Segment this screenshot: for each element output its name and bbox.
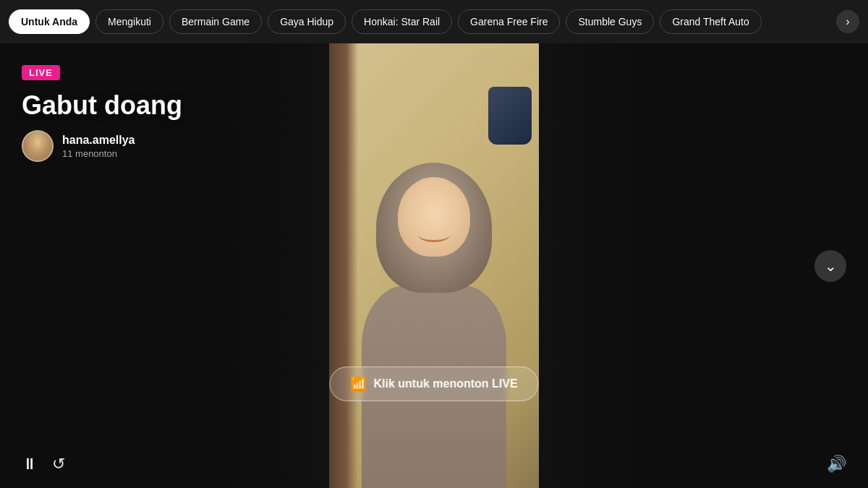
viewer-count: 11 menonton — [62, 148, 135, 159]
tab-untuk-anda[interactable]: Untuk Anda — [9, 9, 90, 34]
tab-stumble-guys[interactable]: Stumble Guys — [566, 9, 654, 34]
username: hana.amellya — [62, 134, 135, 147]
avatar — [22, 130, 54, 162]
face — [398, 177, 470, 257]
scroll-down-button[interactable]: ⌄ — [814, 250, 846, 282]
hijab — [376, 163, 492, 293]
nav-bar: Untuk Anda Mengikuti Bermain Game Gaya H… — [0, 0, 868, 43]
bottom-controls: ⏸ ↺ — [22, 455, 65, 474]
nav-next-arrow[interactable]: › — [836, 10, 859, 33]
smile — [418, 228, 450, 242]
click-to-watch-label: Klik untuk menonton LIVE — [373, 377, 517, 390]
click-to-watch-button[interactable]: 📶 Klik untuk menonton LIVE — [329, 367, 538, 401]
tab-grand-theft-auto[interactable]: Grand Theft Auto — [660, 9, 761, 34]
person — [347, 127, 521, 488]
user-text: hana.amellya 11 menonton — [62, 134, 135, 159]
volume-button[interactable]: 🔊 — [827, 455, 846, 474]
pause-button[interactable]: ⏸ — [22, 455, 38, 474]
refresh-button[interactable]: ↺ — [52, 455, 65, 474]
head — [376, 163, 492, 293]
bar-chart-icon: 📶 — [350, 376, 366, 392]
tab-honkai-star-rail[interactable]: Honkai: Star Rail — [352, 9, 452, 34]
tab-garena-free-fire[interactable]: Garena Free Fire — [458, 9, 560, 34]
tab-bermain-game[interactable]: Bermain Game — [169, 9, 262, 34]
tab-gaya-hidup[interactable]: Gaya Hidup — [268, 9, 346, 34]
stream-title: Gabut doang — [22, 90, 182, 121]
video-frame — [329, 43, 539, 488]
live-badge: LIVE — [22, 65, 60, 80]
avatar-image — [23, 132, 52, 160]
user-info: hana.amellya 11 menonton — [22, 130, 135, 162]
main-content: LIVE Gabut doang hana.amellya 11 menonto… — [0, 43, 868, 488]
tab-mengikuti[interactable]: Mengikuti — [95, 9, 163, 34]
